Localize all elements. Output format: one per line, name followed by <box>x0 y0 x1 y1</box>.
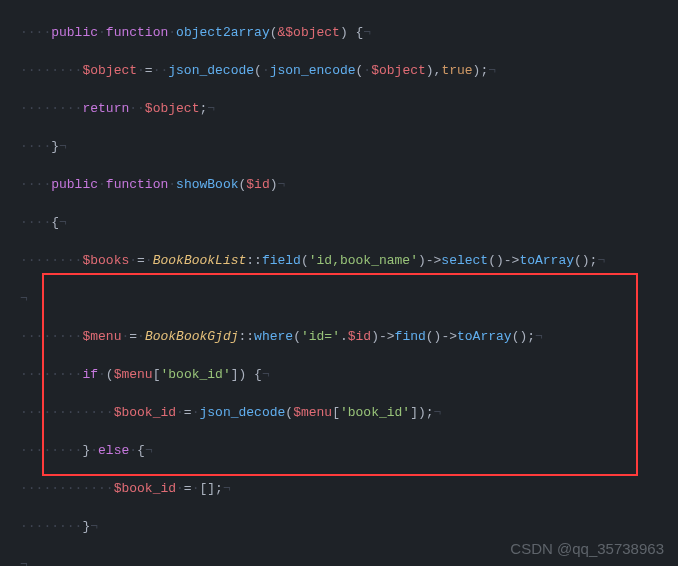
code-line: ········return··$object;¬ <box>20 99 678 118</box>
code-line: ····}¬ <box>20 137 678 156</box>
code-line: ········}·else·{¬ <box>20 441 678 460</box>
code-line: ········$books·=·BookBookList::field('id… <box>20 251 678 270</box>
code-line: ········$menu·=·BookBookGjdj::where('id=… <box>20 327 678 346</box>
watermark-text: CSDN @qq_35738963 <box>510 539 664 558</box>
code-line: ····public·function·showBook($id)¬ <box>20 175 678 194</box>
code-line: ········$object·=··json_decode(·json_enc… <box>20 61 678 80</box>
code-line: ········if·($menu['book_id']) {¬ <box>20 365 678 384</box>
code-line: ····{¬ <box>20 213 678 232</box>
code-line: ········}¬ <box>20 517 678 536</box>
code-line: ············$book_id·=·[];¬ <box>20 479 678 498</box>
code-line: ············$book_id·=·json_decode($menu… <box>20 403 678 422</box>
code-line: ¬ <box>20 289 678 308</box>
code-line: ····public·function·object2array(&$objec… <box>20 23 678 42</box>
code-editor[interactable]: ····public·function·object2array(&$objec… <box>0 0 678 566</box>
